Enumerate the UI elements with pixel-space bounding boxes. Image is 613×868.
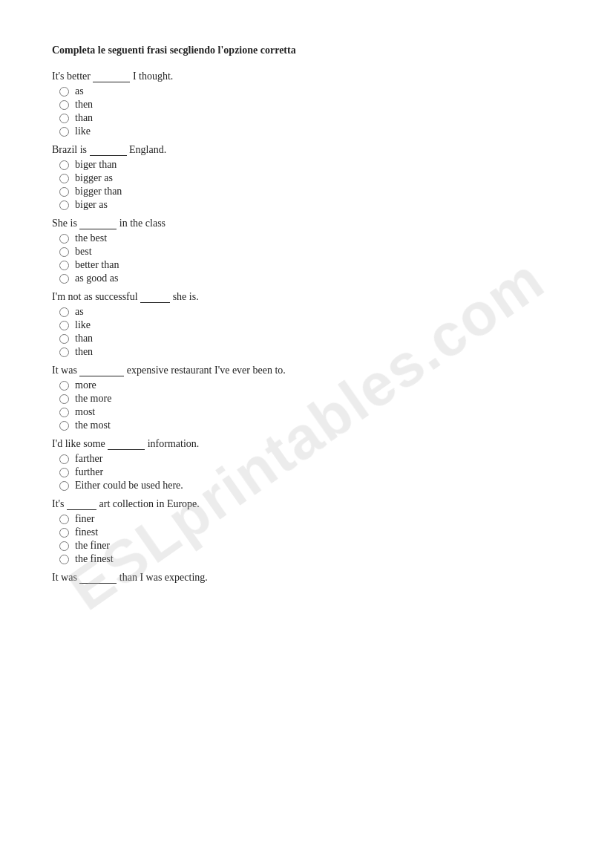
q2-radio-4[interactable]: [59, 200, 69, 210]
q4-label-4: then: [75, 346, 93, 358]
q4-option-4[interactable]: then: [52, 346, 561, 358]
q3-radio-3[interactable]: [59, 261, 69, 270]
question-7: It's art collection in Europe. finer fin…: [52, 497, 561, 565]
q6-option-2[interactable]: further: [52, 466, 561, 478]
q4-option-2[interactable]: like: [52, 319, 561, 331]
q3-label-4: as good as: [75, 273, 118, 284]
q7-option-3[interactable]: the finer: [52, 540, 561, 552]
q7-option-4[interactable]: the finest: [52, 553, 561, 565]
q3-radio-4[interactable]: [59, 274, 69, 284]
q2-radio-3[interactable]: [59, 187, 69, 197]
q1-option-2[interactable]: then: [52, 99, 561, 111]
q5-label-1: more: [75, 379, 96, 391]
q4-radio-1[interactable]: [59, 307, 69, 317]
q6-radio-2[interactable]: [59, 468, 69, 477]
q3-radio-1[interactable]: [59, 234, 69, 244]
q6-label-3: Either could be used here.: [75, 480, 183, 492]
q3-option-1[interactable]: the best: [52, 232, 561, 244]
q5-option-2[interactable]: the more: [52, 393, 561, 405]
q3-radio-2[interactable]: [59, 247, 69, 257]
q6-label-2: further: [75, 466, 103, 478]
q7-radio-3[interactable]: [59, 541, 69, 551]
q4-label-2: like: [75, 319, 91, 331]
question-5-text: It was expensive restaurant I've ever be…: [52, 364, 561, 376]
blank-3: [79, 217, 117, 229]
q2-radio-2[interactable]: [59, 174, 69, 183]
q2-option-3[interactable]: bigger than: [52, 186, 561, 198]
q3-option-4[interactable]: as good as: [52, 273, 561, 284]
q5-radio-1[interactable]: [59, 381, 69, 391]
q5-option-3[interactable]: most: [52, 406, 561, 418]
q1-radio-3[interactable]: [59, 114, 69, 123]
q6-radio-1[interactable]: [59, 454, 69, 464]
blank-6: [108, 437, 145, 450]
q5-radio-4[interactable]: [59, 421, 69, 431]
q1-label-4: like: [75, 125, 91, 137]
q1-label-1: as: [75, 85, 84, 97]
q1-option-1[interactable]: as: [52, 85, 561, 97]
q7-label-3: the finer: [75, 540, 110, 552]
q2-option-1[interactable]: biger than: [52, 159, 561, 171]
q7-radio-1[interactable]: [59, 515, 69, 524]
q5-radio-3[interactable]: [59, 408, 69, 417]
q4-label-3: than: [75, 333, 93, 345]
blank-4: [140, 290, 170, 303]
q4-option-3[interactable]: than: [52, 333, 561, 345]
question-4-text: I'm not as successful she is.: [52, 290, 561, 303]
question-7-text: It's art collection in Europe.: [52, 497, 561, 510]
question-6: I'd like some information. farther furth…: [52, 437, 561, 492]
q3-label-1: the best: [75, 232, 107, 244]
question-2: Brazil is England. biger than bigger as …: [52, 143, 561, 211]
q1-option-3[interactable]: than: [52, 112, 561, 124]
q7-option-2[interactable]: finest: [52, 526, 561, 538]
q3-label-3: better than: [75, 259, 119, 271]
q5-label-2: the more: [75, 393, 111, 405]
page: ESLprintables.com Completa le seguenti f…: [0, 0, 613, 633]
blank-8: [79, 571, 117, 584]
question-4: I'm not as successful she is. as like th…: [52, 290, 561, 358]
q2-label-3: bigger than: [75, 186, 122, 198]
q7-radio-4[interactable]: [59, 555, 69, 564]
q4-radio-2[interactable]: [59, 321, 69, 330]
q7-label-4: the finest: [75, 553, 114, 565]
q6-option-3[interactable]: Either could be used here.: [52, 480, 561, 492]
q1-radio-1[interactable]: [59, 87, 69, 97]
q3-option-3[interactable]: better than: [52, 259, 561, 271]
question-3: She is in the class the best best better…: [52, 217, 561, 284]
question-5: It was expensive restaurant I've ever be…: [52, 364, 561, 431]
q5-label-4: the most: [75, 420, 111, 431]
q4-label-1: as: [75, 306, 84, 318]
q5-option-1[interactable]: more: [52, 379, 561, 391]
q4-radio-3[interactable]: [59, 334, 69, 344]
q5-label-3: most: [75, 406, 95, 418]
q1-radio-2[interactable]: [59, 100, 69, 110]
q6-option-1[interactable]: farther: [52, 453, 561, 465]
q2-label-2: bigger as: [75, 172, 113, 184]
q3-option-2[interactable]: best: [52, 246, 561, 258]
blank-7: [67, 497, 96, 510]
q7-radio-2[interactable]: [59, 528, 69, 538]
q2-label-4: biger as: [75, 199, 108, 211]
q7-option-1[interactable]: finer: [52, 513, 561, 525]
question-8-text: It was than I was expecting.: [52, 571, 561, 584]
q1-radio-4[interactable]: [59, 127, 69, 137]
q2-option-4[interactable]: biger as: [52, 199, 561, 211]
q3-label-2: best: [75, 246, 92, 258]
q4-option-1[interactable]: as: [52, 306, 561, 318]
q1-option-4[interactable]: like: [52, 125, 561, 137]
question-1-text: It's better I thought.: [52, 70, 561, 82]
q1-label-3: than: [75, 112, 93, 124]
q2-option-2[interactable]: bigger as: [52, 172, 561, 184]
q2-label-1: biger than: [75, 159, 117, 171]
blank-5: [79, 364, 124, 376]
q6-radio-3[interactable]: [59, 481, 69, 491]
q5-radio-2[interactable]: [59, 394, 69, 404]
q2-radio-1[interactable]: [59, 160, 69, 170]
q4-radio-4[interactable]: [59, 347, 69, 357]
q5-option-4[interactable]: the most: [52, 420, 561, 431]
question-1: It's better I thought. as then than like: [52, 70, 561, 137]
q1-label-2: then: [75, 99, 93, 111]
q6-label-1: farther: [75, 453, 102, 465]
question-8: It was than I was expecting.: [52, 571, 561, 584]
q7-label-2: finest: [75, 526, 98, 538]
